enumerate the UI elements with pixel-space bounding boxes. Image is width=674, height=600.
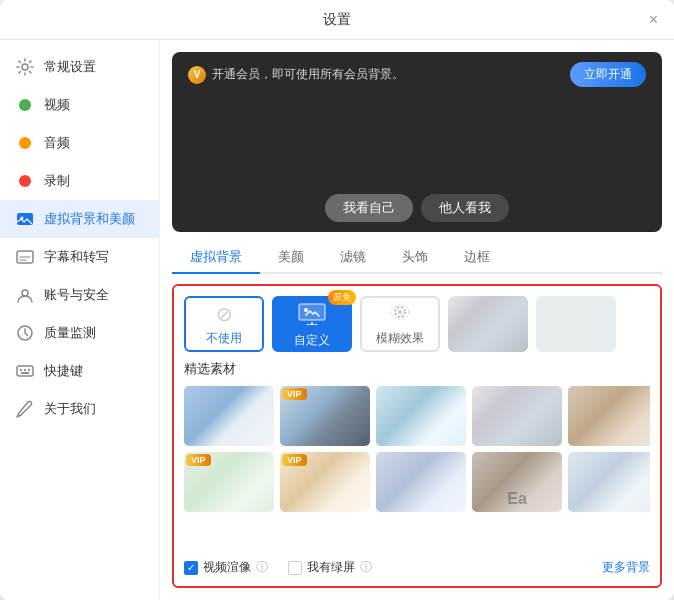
custom-icon [296, 300, 328, 328]
vip-badge: V [188, 66, 206, 84]
thumb-item[interactable]: VIP [280, 386, 370, 446]
vip-banner-text: 开通会员，即可使用所有会员背景。 [212, 66, 404, 83]
sidebar-label-general: 常规设置 [44, 58, 96, 76]
tab-vbg[interactable]: 虚拟背景 [172, 242, 260, 274]
checkbox-video-label: 视频渲像 [203, 559, 251, 576]
svg-point-0 [22, 64, 28, 70]
bg-option-custom-label: 自定义 [294, 332, 330, 349]
svg-point-12 [304, 308, 308, 312]
sidebar-label-account: 账号与安全 [44, 286, 109, 304]
record-icon [16, 172, 34, 190]
sidebar-label-quality: 质量监测 [44, 324, 96, 342]
preview-tab-self[interactable]: 我看自己 [325, 194, 413, 222]
sidebar-label-vbg: 虚拟背景和美颜 [44, 210, 135, 228]
bg-options-row: ⊘ 不使用 原免 [184, 296, 650, 352]
svg-rect-9 [28, 369, 30, 371]
sidebar-label-audio: 音频 [44, 134, 70, 152]
preview-tabs: 我看自己 他人看我 [325, 194, 509, 222]
bg-option-thumb1[interactable] [448, 296, 528, 352]
preview-tab-others[interactable]: 他人看我 [421, 194, 509, 222]
thumb-item[interactable] [376, 452, 466, 512]
thumb-item[interactable] [184, 386, 274, 446]
window-title: 设置 [323, 11, 351, 29]
thumb-row-1: VIP [184, 386, 650, 446]
checkbox-video[interactable]: ✓ 视频渲像 ⓘ [184, 559, 268, 576]
bg-panel: ⊘ 不使用 原免 [172, 284, 662, 588]
more-backgrounds-link[interactable]: 更多背景 [602, 559, 650, 576]
sidebar-item-account[interactable]: 账号与安全 [0, 276, 159, 314]
feature-tabs: 虚拟背景 美颜 滤镜 头饰 边框 [172, 242, 662, 274]
close-button[interactable]: × [649, 12, 658, 28]
info-icon-video[interactable]: ⓘ [256, 559, 268, 576]
thumb-item[interactable] [472, 386, 562, 446]
sidebar-label-about: 关于我们 [44, 400, 96, 418]
original-badge: 原免 [328, 290, 356, 305]
bg-option-thumb2[interactable] [536, 296, 616, 352]
svg-rect-7 [20, 369, 22, 371]
thumb-grid: VIP VIP VIP [184, 386, 650, 545]
main-content: 常规设置 视频 音频 录制 [0, 40, 674, 600]
tab-filter[interactable]: 滤镜 [322, 242, 384, 274]
sidebar-label-video: 视频 [44, 96, 70, 114]
sidebar-item-general[interactable]: 常规设置 [0, 48, 159, 86]
thumb-row-2: VIP VIP Ea [184, 452, 650, 512]
vip-tag: VIP [282, 454, 307, 466]
bg-option-blur-label: 模糊效果 [376, 330, 424, 347]
sidebar-item-vbg[interactable]: 虚拟背景和美颜 [0, 200, 159, 238]
preview-banner: V 开通会员，即可使用所有会员背景。 立即开通 [188, 62, 646, 87]
sidebar-item-caption[interactable]: 字幕和转写 [0, 238, 159, 276]
sidebar-item-about[interactable]: 关于我们 [0, 390, 159, 428]
checkbox-video-box: ✓ [184, 561, 198, 575]
tab-beauty[interactable]: 美颜 [260, 242, 322, 274]
bottom-bar: ✓ 视频渲像 ⓘ 我有绿屏 ⓘ 更多背景 [184, 553, 650, 576]
sidebar-label-caption: 字幕和转写 [44, 248, 109, 266]
tab-headwear[interactable]: 头饰 [384, 242, 446, 274]
account-icon [16, 286, 34, 304]
checkbox-greenscreen-label: 我有绿屏 [307, 559, 355, 576]
svg-point-17 [398, 310, 402, 314]
section-title: 精选素材 [184, 360, 650, 378]
sidebar-label-record: 录制 [44, 172, 70, 190]
thumb-item[interactable] [568, 452, 650, 512]
thumb-item[interactable] [376, 386, 466, 446]
sidebar-item-audio[interactable]: 音频 [0, 124, 159, 162]
bg-option-none-label: 不使用 [206, 330, 242, 347]
sidebar-item-record[interactable]: 录制 [0, 162, 159, 200]
thumb-item[interactable] [568, 386, 650, 446]
bg-icon [16, 210, 34, 228]
bg-option-none[interactable]: ⊘ 不使用 [184, 296, 264, 352]
caption-icon [16, 248, 34, 266]
info-icon-greenscreen[interactable]: ⓘ [360, 559, 372, 576]
sidebar-item-quality[interactable]: 质量监测 [0, 314, 159, 352]
checkbox-greenscreen-box [288, 561, 302, 575]
no-use-icon: ⊘ [216, 302, 233, 326]
open-vip-button[interactable]: 立即开通 [570, 62, 646, 87]
settings-window: 设置 × 常规设置 视频 音频 [0, 0, 674, 600]
shortcut-icon [16, 362, 34, 380]
svg-rect-10 [21, 372, 29, 374]
main-panel: V 开通会员，即可使用所有会员背景。 立即开通 我看自己 他人看我 虚拟背景 美… [160, 40, 674, 600]
audio-icon [16, 134, 34, 152]
title-bar: 设置 × [0, 0, 674, 40]
sidebar-item-video[interactable]: 视频 [0, 86, 159, 124]
tab-frame[interactable]: 边框 [446, 242, 508, 274]
bg-option-custom[interactable]: 原免 自定义 [272, 296, 352, 352]
bg-option-blur[interactable]: 模糊效果 [360, 296, 440, 352]
thumb-item[interactable]: VIP [184, 452, 274, 512]
about-icon [16, 400, 34, 418]
vip-tag: VIP [186, 454, 211, 466]
quality-icon [16, 324, 34, 342]
svg-point-4 [22, 290, 28, 296]
sidebar-label-shortcut: 快捷键 [44, 362, 83, 380]
vip-banner-left: V 开通会员，即可使用所有会员背景。 [188, 66, 404, 84]
svg-rect-8 [24, 369, 26, 371]
thumb-item[interactable]: Ea [472, 452, 562, 512]
settings-icon [16, 58, 34, 76]
thumb-item[interactable]: VIP [280, 452, 370, 512]
vip-tag: VIP [282, 388, 307, 400]
checkbox-greenscreen[interactable]: 我有绿屏 ⓘ [288, 559, 372, 576]
preview-area: V 开通会员，即可使用所有会员背景。 立即开通 我看自己 他人看我 [172, 52, 662, 232]
sidebar-item-shortcut[interactable]: 快捷键 [0, 352, 159, 390]
blur-icon [386, 301, 414, 326]
video-icon [16, 96, 34, 114]
